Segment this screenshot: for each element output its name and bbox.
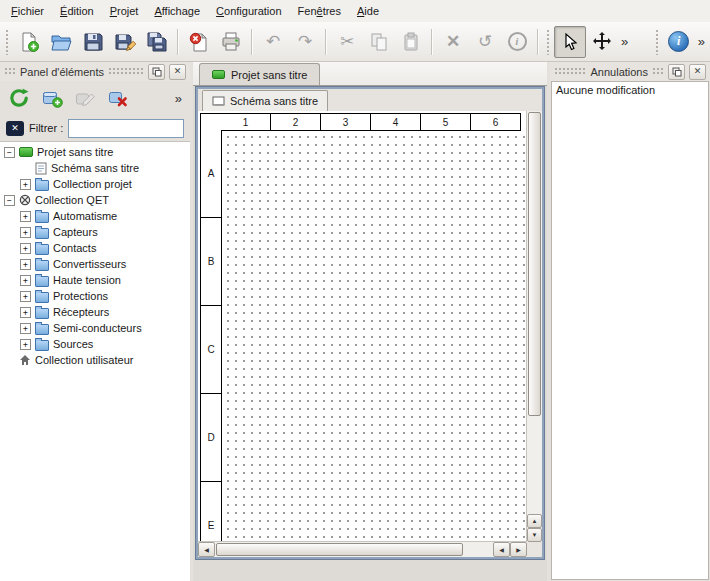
print-button[interactable] (215, 26, 247, 58)
expand-icon[interactable]: + (20, 259, 31, 270)
collapse-icon[interactable]: − (4, 195, 15, 206)
tree-item-semi-conducteurs[interactable]: + Semi-conducteurs (0, 320, 190, 336)
paste-button[interactable] (395, 26, 427, 58)
expand-icon[interactable]: + (20, 339, 31, 350)
expand-icon[interactable]: + (20, 291, 31, 302)
new-element-button[interactable] (38, 84, 66, 112)
schema-tabbar: Schéma sans titre (198, 89, 542, 112)
folder-icon (35, 308, 49, 319)
dock-handle[interactable] (554, 67, 587, 76)
rotate-button[interactable]: ↺ (469, 26, 501, 58)
expand-icon[interactable]: + (20, 243, 31, 254)
dock-handle[interactable] (652, 67, 664, 76)
menu-fenetres[interactable]: Fenêtres (290, 2, 349, 20)
scrollbar-thumb[interactable] (528, 112, 541, 416)
horizontal-scrollbar[interactable]: ◀ ◀ ▶ (198, 541, 527, 557)
toolbar-overflow-button[interactable]: » (618, 34, 631, 49)
edit-element-button[interactable] (71, 84, 99, 112)
dock-close-button[interactable]: ✕ (689, 64, 706, 80)
undo-button[interactable]: ↶ (257, 26, 289, 58)
elements-panel-titlebar[interactable]: Panel d'éléments ✕ (0, 62, 190, 81)
tree-item-convertisseurs[interactable]: + Convertisseurs (0, 256, 190, 272)
menu-aide[interactable]: Aide (349, 2, 387, 20)
redo-button[interactable]: ↷ (289, 26, 321, 58)
tree-item-collection-qet[interactable]: − Collection QET (0, 192, 190, 208)
reload-collections-button[interactable] (5, 84, 33, 112)
close-file-button[interactable] (183, 26, 215, 58)
menu-affichage[interactable]: Affichage (146, 2, 208, 20)
filter-input[interactable] (68, 119, 184, 138)
menu-edition[interactable]: Édition (52, 2, 102, 20)
arrow-right-icon: ▶ (516, 546, 521, 553)
refresh-icon (8, 87, 30, 109)
tree-item-contacts[interactable]: + Contacts (0, 240, 190, 256)
save-all-button[interactable] (141, 26, 173, 58)
menu-configuration[interactable]: Configuration (208, 2, 289, 20)
tree-item-recepteurs[interactable]: + Récepteurs (0, 304, 190, 320)
element-info-button[interactable]: i (501, 26, 533, 58)
expand-icon[interactable]: + (20, 227, 31, 238)
toolbar-grip[interactable] (5, 29, 10, 55)
about-qet-button[interactable]: i (663, 26, 695, 58)
expand-icon[interactable]: + (20, 323, 31, 334)
column-header: 3 (321, 114, 371, 130)
open-project-button[interactable] (45, 26, 77, 58)
toolbar-grip[interactable] (546, 29, 551, 55)
scroll-right-button[interactable]: ▶ (510, 542, 527, 557)
dock-float-button[interactable] (148, 64, 165, 80)
save-all-icon (146, 31, 168, 53)
tree-item-label: Sources (53, 338, 93, 350)
new-project-button[interactable] (13, 26, 45, 58)
scroll-left-button[interactable]: ◀ (493, 542, 510, 557)
select-mode-button[interactable] (554, 26, 586, 58)
dock-handle[interactable] (108, 67, 144, 76)
expand-icon[interactable]: + (20, 307, 31, 318)
scroll-down-button[interactable]: ▼ (527, 528, 542, 542)
dock-float-button[interactable] (668, 64, 685, 80)
menu-projet[interactable]: Projet (102, 2, 147, 20)
folder-icon (35, 228, 49, 239)
pan-mode-button[interactable] (586, 26, 618, 58)
tab-projet-sans-titre[interactable]: Projet sans titre (199, 63, 320, 85)
collapse-icon[interactable]: − (4, 147, 15, 158)
tree-item-haute-tension[interactable]: + Haute tension (0, 272, 190, 288)
menu-fichier[interactable]: Fichier (3, 2, 52, 20)
elements-tree[interactable]: − Projet sans titre Schéma sans titre + … (0, 141, 190, 581)
undo-dock-titlebar[interactable]: Annulations ✕ (550, 62, 710, 81)
schema-canvas[interactable]: 1 2 3 4 5 6 A B C D E (198, 111, 527, 542)
tree-item-automatisme[interactable]: + Automatisme (0, 208, 190, 224)
save-as-button[interactable] (109, 26, 141, 58)
tree-item-protections[interactable]: + Protections (0, 288, 190, 304)
toolbar-grip[interactable] (655, 29, 660, 55)
delete-button[interactable]: ✕ (437, 26, 469, 58)
delete-element-button[interactable] (104, 84, 132, 112)
tree-item-schema[interactable]: Schéma sans titre (0, 160, 190, 176)
scroll-left-button[interactable]: ◀ (198, 542, 215, 557)
tree-item-collection-projet[interactable]: + Collection projet (0, 176, 190, 192)
column-header: 2 (271, 114, 321, 130)
tree-item-project[interactable]: − Projet sans titre (0, 144, 190, 160)
dock-handle[interactable] (4, 67, 16, 76)
expand-icon[interactable]: + (20, 211, 31, 222)
expand-icon[interactable]: + (20, 179, 31, 190)
undo-history-list[interactable]: Aucune modification (551, 81, 709, 580)
tree-item-label: Collection projet (53, 178, 132, 190)
qet-collection-icon (19, 194, 31, 206)
scrollbar-track[interactable] (215, 542, 493, 557)
tree-item-collection-utilisateur[interactable]: Collection utilisateur (0, 352, 190, 368)
close-file-icon (188, 31, 210, 53)
expand-icon[interactable]: + (20, 275, 31, 286)
tree-item-capteurs[interactable]: + Capteurs (0, 224, 190, 240)
panel-toolbar-overflow-button[interactable]: » (172, 91, 185, 106)
copy-button[interactable] (363, 26, 395, 58)
tree-item-sources[interactable]: + Sources (0, 336, 190, 352)
scroll-up-button[interactable]: ▲ (527, 514, 542, 528)
dock-close-button[interactable]: ✕ (169, 64, 186, 80)
clear-filter-button[interactable]: ✕ (6, 121, 24, 136)
save-button[interactable] (77, 26, 109, 58)
toolbar-overflow-button[interactable]: » (695, 34, 708, 49)
tab-schema-sans-titre[interactable]: Schéma sans titre (202, 90, 328, 111)
scrollbar-thumb[interactable] (216, 543, 463, 556)
vertical-scrollbar[interactable]: ▲ ▼ (526, 111, 542, 542)
cut-button[interactable]: ✂ (331, 26, 363, 58)
